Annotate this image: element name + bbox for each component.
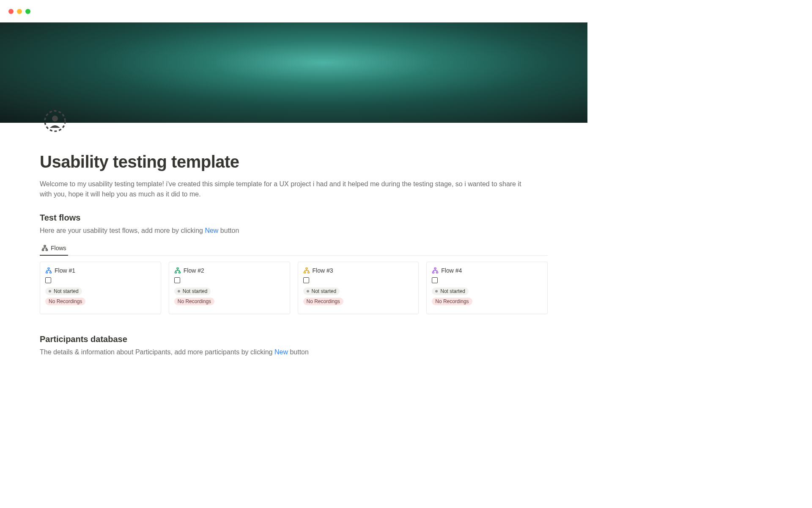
status-badge: Not started	[45, 287, 82, 295]
svg-rect-4	[46, 249, 48, 251]
sitemap-icon	[303, 267, 310, 274]
flow-card[interactable]: Flow #1 Not started No Recordings	[40, 262, 161, 314]
test-flows-subtext[interactable]: Here are your usability test flows, add …	[40, 227, 548, 235]
svg-rect-6	[46, 272, 48, 273]
svg-rect-16	[436, 272, 438, 273]
flow-card[interactable]: Flow #3 Not started No Recordings	[298, 262, 419, 314]
new-link: New	[274, 348, 288, 356]
flow-card-title: Flow #1	[55, 267, 75, 274]
flow-card-title: Flow #2	[184, 267, 204, 274]
window-minimize-button[interactable]	[17, 9, 22, 14]
flow-card[interactable]: Flow #2 Not started No Recordings	[169, 262, 290, 314]
tab-table-label: Table	[49, 367, 63, 367]
svg-rect-11	[306, 268, 307, 269]
test-flows-sub-prefix: Here are your usability test flows, add …	[40, 227, 205, 234]
window-close-button[interactable]	[8, 9, 14, 14]
window-titlebar	[0, 0, 587, 22]
flows-cards-container: Flow #1 Not started No Recordings Flow #…	[40, 262, 548, 314]
flow-card[interactable]: Flow #4 Not started No Recordings	[426, 262, 548, 314]
flows-tabbar: Flows	[40, 242, 548, 256]
sitemap-icon	[432, 267, 439, 274]
svg-rect-8	[177, 268, 178, 269]
svg-rect-15	[433, 272, 434, 273]
flow-checkbox[interactable]	[303, 277, 309, 283]
flow-checkbox[interactable]	[432, 277, 438, 283]
recording-badge: No Recordings	[174, 298, 214, 305]
page-content: Usability testing template Welcome to my…	[0, 123, 587, 367]
table-icon	[40, 367, 47, 367]
status-badge: Not started	[174, 287, 211, 295]
svg-point-1	[52, 116, 58, 121]
svg-rect-12	[304, 272, 305, 273]
flow-card-title: Flow #4	[441, 267, 462, 274]
recording-badge: No Recordings	[45, 298, 85, 305]
test-flows-sub-suffix: button	[218, 227, 239, 234]
page-icon[interactable]	[43, 109, 67, 133]
recording-badge: No Recordings	[432, 298, 472, 305]
page-title[interactable]: Usability testing template	[40, 152, 548, 171]
svg-rect-14	[434, 268, 436, 269]
sitemap-icon	[174, 267, 181, 274]
tab-flows-label: Flows	[51, 245, 66, 251]
svg-rect-5	[48, 268, 49, 269]
svg-rect-13	[307, 272, 309, 273]
new-link: New	[205, 227, 218, 234]
svg-rect-2	[44, 246, 46, 247]
svg-rect-3	[42, 249, 44, 251]
participants-heading[interactable]: Participants database	[40, 334, 548, 344]
test-flows-heading[interactable]: Test flows	[40, 213, 548, 223]
sitemap-icon	[45, 267, 52, 274]
status-badge: Not started	[432, 287, 469, 295]
participants-section: Participants database The details & info…	[40, 334, 548, 367]
status-badge: Not started	[303, 287, 340, 295]
window-maximize-button[interactable]	[25, 9, 30, 14]
participants-sub-prefix: The details & information about Particip…	[40, 348, 274, 356]
cover-image	[0, 22, 587, 123]
sitemap-icon	[41, 245, 48, 251]
svg-rect-10	[178, 272, 180, 273]
flow-card-title: Flow #3	[313, 267, 333, 274]
page-intro[interactable]: Welcome to my usability testing template…	[40, 179, 535, 199]
recording-badge: No Recordings	[303, 298, 343, 305]
participants-subtext[interactable]: The details & information about Particip…	[40, 348, 548, 356]
svg-rect-9	[175, 272, 176, 273]
flow-checkbox[interactable]	[174, 277, 180, 283]
tab-flows[interactable]: Flows	[40, 242, 68, 256]
svg-rect-7	[50, 272, 52, 273]
participants-sub-suffix: button	[288, 348, 309, 356]
flow-checkbox[interactable]	[45, 277, 51, 283]
tab-table[interactable]: Table	[40, 364, 548, 367]
